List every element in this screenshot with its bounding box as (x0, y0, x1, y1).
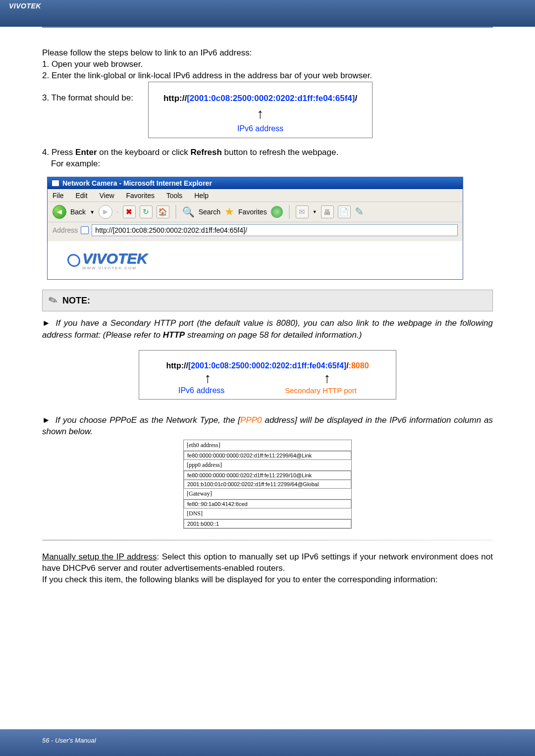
brand-header: VIVOTEK (9, 2, 526, 13)
menu-help[interactable]: Help (194, 192, 209, 200)
pencil-icon: ✎ (47, 293, 59, 308)
menu-favorites[interactable]: Favorites (126, 192, 155, 200)
note1-text-b: streaming on page 58 for detailed inform… (185, 330, 362, 340)
vivotek-logo: VIVOTEK (67, 250, 443, 267)
vivotek-logo-text: VIVOTEK (82, 250, 148, 267)
manual-title: Manually setup the IP address (42, 552, 157, 561)
url2-cap2: Secondary HTTP port (285, 386, 357, 395)
menu-edit[interactable]: Edit (75, 192, 87, 200)
mail-dropdown-icon[interactable]: ▼ (313, 209, 317, 214)
arrow-up-icon-2b: ↑ (324, 370, 331, 386)
section-divider (42, 540, 493, 541)
url2-port: :8080 (349, 361, 369, 370)
vivotek-eye-icon (67, 254, 80, 267)
ie-content: VIVOTEK WWW.VIVOTEK.COM (48, 241, 463, 279)
step4-text-b: on the keyboard or click (97, 148, 191, 157)
ppp0-value-1: fe80:0000:0000:0000:0202:d1ff:fe11:2299/… (184, 471, 351, 480)
url-caption: IPv6 address (163, 123, 357, 134)
bullet-icon: ► (42, 318, 53, 328)
step-4-line1: 4. Press Enter on the keyboard or click … (42, 147, 493, 158)
ie-address-row: Address (48, 222, 463, 241)
forward-icon[interactable]: ► (99, 205, 112, 219)
vivotek-logo-url: WWW.VIVOTEK.COM (82, 266, 443, 270)
intro-line: Please follow the steps below to link to… (42, 48, 493, 59)
url2-prefix: http:// (166, 361, 188, 370)
home-icon[interactable]: 🏠 (157, 205, 169, 218)
back-label[interactable]: Back (70, 208, 86, 216)
discuss-icon[interactable]: ✎ (355, 205, 364, 218)
toolbar-separator-2 (289, 205, 290, 219)
ie-app-icon (52, 180, 59, 187)
note2-text-a: If you choose PPPoE as the Network Type,… (55, 415, 240, 425)
ppp0-text: PPP0 (240, 415, 262, 425)
note-title: NOTE: (62, 296, 90, 306)
note-paragraph-1: ► If you have a Secondary HTTP port (the… (42, 317, 493, 341)
note-paragraph-2: ► If you choose PPPoE as the Network Typ… (42, 414, 493, 438)
toolbar-separator-1 (175, 205, 176, 219)
edit-icon[interactable]: 📄 (338, 205, 351, 218)
arrow-up-icon: ↑ (163, 104, 357, 123)
ppp0-header: [ppp0 address] (184, 460, 351, 471)
history-icon[interactable] (271, 206, 283, 218)
ie-menubar: File Edit View Favorites Tools Help (48, 189, 463, 202)
mail-icon[interactable]: ✉ (296, 205, 309, 218)
eth0-header: [eth0 address] (184, 440, 351, 451)
menu-view[interactable]: View (99, 192, 114, 200)
dns-header: [DNS] (184, 508, 351, 519)
url2-cap1: IPv6 address (178, 386, 224, 395)
ie-titlebar: Network Camera - Microsoft Internet Expl… (48, 177, 463, 189)
ie-window: Network Camera - Microsoft Internet Expl… (47, 177, 463, 280)
url2-ipv6: [2001:0c08:2500:0002:0202:d1ff:fe04:65f4… (188, 361, 346, 370)
step4-text-c: button to refresh the webpage. (222, 148, 338, 157)
bullet-icon-2: ► (42, 415, 53, 425)
back-icon[interactable]: ◄ (53, 205, 66, 219)
http-bold: HTTP (163, 330, 185, 340)
search-label[interactable]: Search (199, 208, 220, 216)
ie-title-text: Network Camera - Microsoft Internet Expl… (62, 179, 212, 187)
url-format-box-2: http://[2001:0c08:2500:0002:0202:d1ff:fe… (139, 350, 396, 400)
ie-page-icon (81, 226, 89, 234)
url-prefix: http:// (163, 94, 187, 103)
ipv6-info-table: [eth0 address] fe80:0000:0000:0000:0202:… (183, 440, 352, 529)
stop-icon[interactable]: ✖ (123, 205, 136, 218)
step-1: 1. Open your web browser. (42, 59, 493, 70)
refresh-icon[interactable]: ↻ (140, 205, 153, 218)
eth0-value: fe80:0000:0000:0000:0202:d1ff:fe11:2299/… (184, 451, 351, 460)
menu-file[interactable]: File (53, 192, 64, 200)
refresh-word: Refresh (191, 148, 222, 157)
menu-tools[interactable]: Tools (166, 192, 183, 200)
search-icon[interactable]: 🔍 (182, 206, 195, 218)
toolbar-dash: - (116, 208, 119, 216)
dns-value: 2001:b000::1 (184, 519, 351, 528)
ie-toolbar: ◄ Back ▼ ► - ✖ ↻ 🏠 🔍 Search ★ Favorites … (48, 202, 463, 222)
step-2: 2. Enter the link-global or link-local I… (42, 70, 493, 82)
print-icon[interactable]: 🖶 (321, 205, 334, 218)
gateway-value: fe80::90:1a00:4142:8ced (184, 500, 351, 508)
header-rule (42, 27, 493, 28)
address-input[interactable] (92, 224, 458, 236)
address-label: Address (53, 226, 78, 234)
ppp0-value-2: 2001:b100:01c0:0002:0202:d1ff:fe11:2299/… (184, 480, 351, 489)
gateway-header: [Gateway] (184, 489, 351, 500)
url-ipv6: [2001:0c08:2500:0002:0202:d1ff:fe04:65f4… (187, 94, 355, 103)
step-4-line2: For example: (51, 158, 493, 170)
favorites-icon[interactable]: ★ (224, 205, 234, 218)
favorites-label[interactable]: Favorites (238, 208, 267, 216)
enter-word: Enter (75, 148, 97, 157)
page-footer: 56 - User's Manual (42, 737, 96, 744)
url-suffix: / (355, 94, 357, 103)
step-3-prefix: 3. The format should be: (42, 82, 133, 104)
manual-line2: If you check this item, the following bl… (42, 574, 493, 586)
step4-text-a: 4. Press (42, 148, 75, 157)
note-bar: ✎ NOTE: (42, 290, 493, 311)
back-dropdown-icon[interactable]: ▼ (90, 209, 95, 215)
url-format-box: http://[2001:0c08:2500:0002:0202:d1ff:fe… (148, 82, 373, 138)
arrow-up-icon-2a: ↑ (205, 370, 212, 386)
